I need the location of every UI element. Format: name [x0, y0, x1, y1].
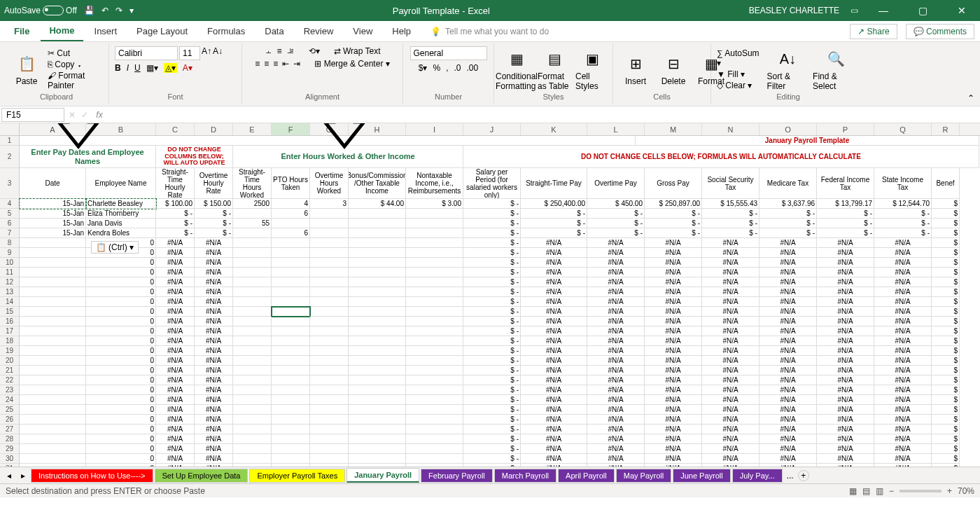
cell-styles-button[interactable]: ▣Cell Styles: [575, 48, 609, 91]
zoom-slider[interactable]: [899, 490, 941, 492]
comma-button[interactable]: ,: [446, 63, 448, 73]
fill-button[interactable]: ▼ Fill ▾: [717, 69, 763, 79]
font-color-button[interactable]: A▾: [183, 63, 192, 73]
align-left-icon[interactable]: ≡: [255, 59, 260, 69]
sheet-tab-february[interactable]: February Payroll: [421, 469, 493, 483]
redo-icon[interactable]: ↷: [115, 6, 122, 15]
sheet-tab-setup[interactable]: Set Up Employee Data: [155, 469, 248, 483]
increase-decimal-icon[interactable]: .0: [454, 63, 461, 73]
tell-me-search[interactable]: 💡Tell me what you want to do: [430, 27, 549, 36]
ribbon-display-icon[interactable]: ▭: [850, 6, 858, 15]
copy-button[interactable]: ⎘ Copy ▾: [48, 60, 103, 69]
document-title: Payroll Template - Excel: [134, 6, 749, 16]
merge-center-button[interactable]: ⊞ Merge & Center ▾: [314, 59, 389, 69]
align-bottom-icon[interactable]: ⫡: [286, 46, 295, 56]
zoom-in-button[interactable]: +: [947, 486, 952, 496]
save-icon[interactable]: 💾: [84, 6, 94, 15]
decrease-decimal-icon[interactable]: .00: [467, 63, 479, 73]
maximize-button[interactable]: ▢: [909, 5, 937, 16]
comments-button[interactable]: 💬 Comments: [906, 24, 974, 39]
autosave-toggle[interactable]: AutoSave Off: [4, 6, 77, 15]
cut-button[interactable]: ✂ Cut: [48, 48, 103, 58]
cancel-icon[interactable]: ✕: [66, 110, 78, 120]
sort-filter-button[interactable]: A↓Sort & Filter: [767, 48, 808, 91]
tab-insert[interactable]: Insert: [86, 22, 126, 41]
underline-button[interactable]: U: [134, 63, 141, 73]
insert-cells-button[interactable]: ⊞Insert: [619, 53, 652, 86]
undo-icon[interactable]: ↶: [102, 6, 108, 15]
minimize-button[interactable]: —: [869, 5, 897, 16]
paste-button[interactable]: 📋Paste: [10, 53, 43, 86]
name-box[interactable]: F15: [1, 108, 64, 122]
new-sheet-button[interactable]: +: [798, 470, 809, 481]
grow-font-icon[interactable]: A↑: [202, 46, 211, 60]
view-normal-icon[interactable]: ▦: [849, 486, 857, 496]
sheet-tabs-bar: ◂ ▸ Instructions on How to Use----> Set …: [0, 467, 980, 483]
sheet-tab-may[interactable]: May Payroll: [616, 469, 671, 483]
autosum-button[interactable]: ∑ AutoSum ▾: [717, 48, 763, 68]
align-top-icon[interactable]: ⫠: [265, 46, 273, 56]
collapse-ribbon-icon[interactable]: ⌃: [967, 93, 974, 103]
tab-help[interactable]: Help: [384, 22, 419, 41]
clipboard-icon: 📋: [15, 53, 38, 75]
delete-icon: ⊟: [662, 53, 685, 75]
tab-formulas[interactable]: Formulas: [199, 22, 253, 41]
format-painter-button[interactable]: 🖌 Format Painter: [48, 71, 103, 90]
italic-button[interactable]: I: [127, 63, 129, 73]
sheet-tab-instructions[interactable]: Instructions on How to Use---->: [31, 469, 153, 483]
sort-icon: A↓: [776, 48, 799, 70]
select-all-corner[interactable]: [0, 123, 20, 135]
orientation-icon[interactable]: ⟲▾: [309, 46, 320, 56]
find-select-button[interactable]: 🔍Find & Select: [813, 48, 860, 91]
number-format-select[interactable]: General: [410, 46, 487, 60]
border-button[interactable]: ▦▾: [146, 63, 158, 73]
align-right-icon[interactable]: ≡: [273, 59, 278, 69]
close-button[interactable]: ✕: [948, 5, 976, 16]
zoom-level[interactable]: 70%: [958, 486, 974, 496]
conditional-formatting-button[interactable]: ▦Conditional Formatting: [500, 48, 533, 91]
user-name[interactable]: BEASLEY CHARLETTE: [749, 6, 839, 15]
tab-home[interactable]: Home: [41, 21, 83, 41]
zoom-out-button[interactable]: −: [889, 486, 894, 496]
tab-view[interactable]: View: [344, 22, 381, 41]
sheet-tab-june[interactable]: June Payroll: [673, 469, 731, 483]
percent-button[interactable]: %: [433, 63, 440, 73]
fx-icon[interactable]: fx: [91, 110, 108, 120]
tab-nav-next[interactable]: ▸: [17, 471, 29, 481]
wrap-text-button[interactable]: ⇄ Wrap Text: [334, 46, 381, 56]
align-center-icon[interactable]: ≡: [264, 59, 269, 69]
tab-nav-prev[interactable]: ◂: [3, 471, 15, 481]
tabs-more[interactable]: ...: [784, 471, 797, 481]
shrink-font-icon[interactable]: A↓: [213, 46, 223, 60]
currency-button[interactable]: $▾: [419, 63, 428, 73]
decrease-indent-icon[interactable]: ⇤: [282, 59, 289, 69]
sheet-tab-january[interactable]: January Payroll: [346, 468, 419, 483]
paste-options-button[interactable]: 📋(Ctrl) ▾: [91, 241, 139, 254]
view-layout-icon[interactable]: ▤: [862, 486, 870, 496]
clear-button[interactable]: ◇ Clear ▾: [717, 81, 763, 90]
increase-indent-icon[interactable]: ⇥: [293, 59, 300, 69]
tab-file[interactable]: File: [6, 22, 38, 41]
tab-data[interactable]: Data: [256, 22, 292, 41]
tab-review[interactable]: Review: [295, 22, 342, 41]
sheet-tab-employer-taxes[interactable]: Employer Payroll Taxes: [249, 469, 345, 483]
view-break-icon[interactable]: ▥: [876, 486, 883, 496]
spreadsheet-grid[interactable]: AB CD EF GH IJ KL MN OP QR 1 January Pay…: [0, 123, 980, 467]
font-size-select[interactable]: 11: [179, 46, 200, 60]
styles-icon: ▣: [581, 48, 603, 70]
align-middle-icon[interactable]: ≡: [277, 46, 282, 56]
sheet-tab-april[interactable]: April Payroll: [558, 469, 615, 483]
status-message: Select destination and press ENTER or ch…: [6, 486, 205, 496]
share-button[interactable]: ↗ Share: [850, 24, 897, 39]
fill-color-button[interactable]: ◬▾: [164, 63, 177, 73]
format-as-table-button[interactable]: ▤Format as Table: [538, 48, 571, 91]
delete-cells-button[interactable]: ⊟Delete: [657, 53, 690, 86]
enter-icon[interactable]: ✓: [78, 110, 91, 120]
tab-page-layout[interactable]: Page Layout: [128, 22, 196, 41]
font-name-select[interactable]: Calibri: [115, 46, 178, 60]
formula-bar[interactable]: [108, 113, 980, 116]
sheet-tab-july[interactable]: July Pay...: [732, 469, 783, 483]
ribbon: 📋Paste ✂ Cut ⎘ Copy ▾ 🖌 Format Painter C…: [0, 42, 980, 106]
sheet-tab-march[interactable]: March Payroll: [494, 469, 556, 483]
bold-button[interactable]: B: [115, 63, 121, 73]
